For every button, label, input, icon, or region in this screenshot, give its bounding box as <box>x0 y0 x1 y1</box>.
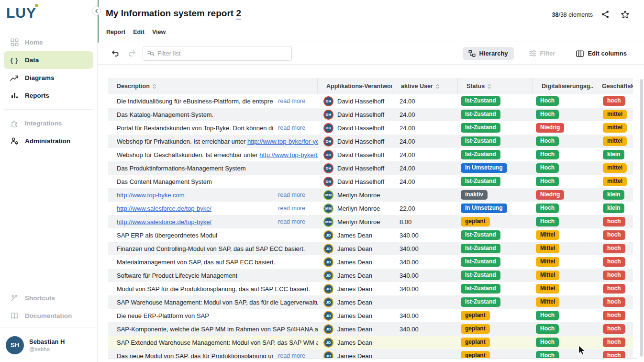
redo-button[interactable] <box>126 48 137 58</box>
criticality-badge: hoch <box>603 338 625 347</box>
digitalization-badge: Hoch <box>536 217 559 226</box>
table-row[interactable]: Materialmanagement von SAP, das auf SAP … <box>108 255 633 269</box>
description-link[interactable]: http://www.top-byke/business/ <box>259 151 318 158</box>
table-row[interactable]: Das Content Management SystemDHDavid Has… <box>108 175 633 188</box>
table-row[interactable]: Modul von SAP für die Produktionsplanung… <box>108 282 633 295</box>
description-link[interactable]: http://www.salesforce.de/top-byke/ <box>117 205 211 212</box>
owner-avatar: MM <box>323 190 333 200</box>
description-link[interactable]: http://www.salesforce.de/top-byke/ <box>117 218 211 226</box>
sidebar-item-shortcuts[interactable]: Shortcuts <box>4 289 93 307</box>
filter-list-input[interactable] <box>157 50 291 57</box>
table-row[interactable]: SAP ERP als übergeordnetes ModulJDJames … <box>108 228 633 242</box>
status-cell: geplant <box>458 322 533 336</box>
menu-view[interactable]: View <box>152 29 166 35</box>
column-header-active-users[interactable]: aktive User <box>392 78 458 94</box>
read-more-link[interactable]: read more <box>273 205 318 212</box>
table-row[interactable]: Software für Product Lifecycle Managemen… <box>108 269 633 282</box>
sidebar-item-diagrams[interactable]: Diagrams <box>4 69 93 87</box>
criticality-badge: hoch <box>603 217 625 226</box>
page-title[interactable]: My Information system report 2 <box>106 8 241 19</box>
read-more-link[interactable]: read more <box>273 124 318 131</box>
table-row[interactable]: http://www.salesforce.de/top-byke/read m… <box>108 215 633 228</box>
criticality-cell: hoch <box>593 215 633 228</box>
grid-icon <box>10 38 19 47</box>
table-row[interactable]: Die neue ERP-Plattform von SAPJDJames De… <box>108 309 633 322</box>
line-chart-icon <box>10 74 19 82</box>
table-row[interactable]: Das Katalog-Management-System.DHDavid Ha… <box>108 108 633 121</box>
criticality-badge: hoch <box>603 230 625 240</box>
column-header-digitalization[interactable]: Digitalisierungsg... <box>533 78 593 94</box>
active-users-cell: 24.00 <box>392 94 458 108</box>
table-row[interactable]: SAP-Komponente, welche die SAP MM im Rah… <box>108 322 633 336</box>
criticality-badge: hoch <box>603 271 625 280</box>
table-row[interactable]: Die Individuallösung für eBusiness-Platt… <box>108 94 633 108</box>
filter-button[interactable]: Filter <box>523 47 561 60</box>
owner-avatar: DH <box>323 96 333 106</box>
criticality-badge: hoch <box>603 284 625 294</box>
table-row[interactable]: http://www.top-byke.comread moreMMMerily… <box>108 188 633 202</box>
table-row[interactable]: Das Produktinformations-Management Syste… <box>108 161 633 175</box>
digitalization-badge: Hoch <box>536 96 559 106</box>
favorite-button[interactable] <box>620 10 630 19</box>
sidebar-item-data[interactable]: { } Data <box>4 51 93 69</box>
column-header-responsible[interactable]: Applikations-Verantwort... <box>318 78 392 94</box>
hierarchy-toggle-button[interactable]: Hierarchy <box>463 47 514 60</box>
bar-chart-icon <box>10 91 19 100</box>
table-row[interactable]: SAP Extended Warehouse Management: Modul… <box>108 336 633 349</box>
edit-columns-button[interactable]: Edit columns <box>570 47 633 60</box>
active-users-cell: 340.00 <box>392 322 458 336</box>
digitalization-cell: Hoch <box>533 161 593 175</box>
sidebar-item-documentation[interactable]: Documentation <box>4 307 93 325</box>
table-row[interactable]: Portal für Bestandskunden von Top-Byke. … <box>108 121 633 135</box>
digitalization-badge: Mittel <box>536 230 559 240</box>
column-label: Geschäftskritik <box>602 83 633 90</box>
criticality-cell: hoch <box>593 242 633 255</box>
sidebar-item-integrations[interactable]: Integrations <box>4 114 93 132</box>
description-link[interactable]: http://www.top-byke.com <box>117 192 185 199</box>
table-row[interactable]: http://www.salesforce.de/top-byke/read m… <box>108 202 633 215</box>
owner-name: Merilyn Monroe <box>337 192 380 199</box>
owner-name: James Dean <box>337 299 372 306</box>
digitalization-cell: Mittel <box>533 269 593 282</box>
table-row[interactable]: Webshop für Privatkunden. Ist erreichbar… <box>108 135 633 148</box>
column-header-description[interactable]: Description <box>108 78 318 94</box>
table-row[interactable]: Webshop für Geschäftskunden. Ist erreich… <box>108 148 633 161</box>
digitalization-cell: Hoch <box>533 215 593 228</box>
column-header-business-criticality[interactable]: Geschäftskritik <box>593 78 633 94</box>
owner-name: David Hasselhoff <box>337 165 384 172</box>
sidebar-item-administration[interactable]: Administration <box>4 132 93 150</box>
share-button[interactable] <box>600 10 610 19</box>
read-more-link[interactable]: read more <box>273 98 318 104</box>
responsible-cell: DHDavid Hasselhoff <box>318 121 392 135</box>
sidebar-item-reports[interactable]: Reports <box>4 87 93 104</box>
undo-button[interactable] <box>110 48 121 58</box>
sidebar-collapse-button[interactable] <box>92 6 101 15</box>
column-header-status[interactable]: Status <box>458 78 533 94</box>
criticality-cell: klein <box>593 202 633 215</box>
table-row[interactable]: SAP Warehouse Management: Modul von SAP,… <box>108 295 633 309</box>
description-link[interactable]: http://www.top-byke/for-you/ <box>247 138 318 145</box>
sliders-icon <box>529 50 536 57</box>
active-users-cell: 340.00 <box>392 228 458 242</box>
description-cell: Die neue ERP-Plattform von SAP <box>108 309 318 322</box>
shuffle-icon <box>10 294 19 303</box>
responsible-cell: DHDavid Hasselhoff <box>318 175 392 188</box>
share-icon <box>601 10 610 19</box>
description-text: Software für Product Lifecycle Managemen… <box>117 272 237 279</box>
vertical-scrollbar[interactable] <box>640 79 643 357</box>
menu-edit[interactable]: Edit <box>133 29 144 35</box>
table-row[interactable]: Finanzen und Controlling-Modul von SAP, … <box>108 242 633 255</box>
read-more-link[interactable]: read more <box>273 218 318 225</box>
sort-icon <box>436 84 439 89</box>
sidebar-item-home[interactable]: Home <box>4 34 93 51</box>
read-more-link[interactable]: read more <box>273 192 318 198</box>
status-cell: Ist-Zustand <box>458 228 533 242</box>
description-text: Portal für Bestandskunden von Top-Byke. … <box>117 124 273 132</box>
menu-report[interactable]: Report <box>106 29 125 35</box>
user-profile[interactable]: SH Sebastian H @sebha <box>0 328 97 362</box>
active-users-cell: 24.00 <box>392 108 458 121</box>
digitalization-badge: Mittel <box>536 284 559 294</box>
owner-name: James Dean <box>337 326 372 333</box>
page-header: My Information system report 2 38/38 ele… <box>98 0 644 42</box>
criticality-cell: hoch <box>593 282 633 295</box>
